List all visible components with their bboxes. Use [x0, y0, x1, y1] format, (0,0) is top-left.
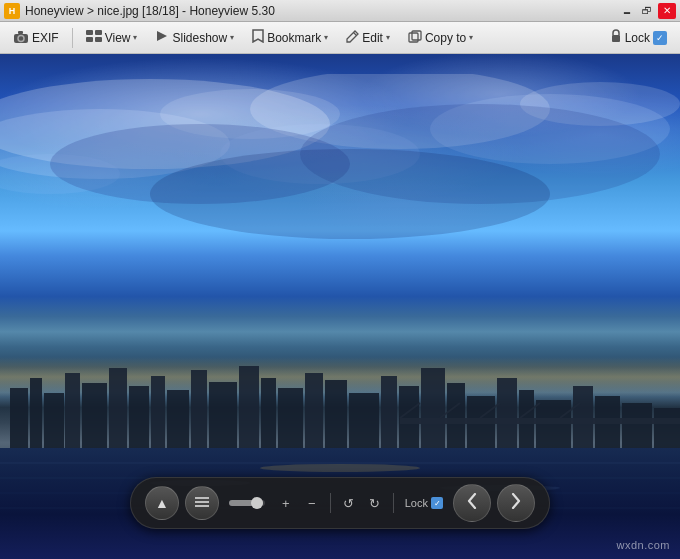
- lock-small-label: Lock: [405, 497, 428, 509]
- svg-rect-28: [109, 368, 127, 448]
- svg-rect-36: [278, 388, 303, 448]
- toolbar-separator-1: [72, 28, 73, 48]
- app-icon: H: [4, 3, 20, 19]
- lock-small-button[interactable]: Lock ✓: [401, 495, 447, 511]
- lock-check-small-icon: ✓: [431, 497, 443, 509]
- menu-icon: [194, 495, 210, 511]
- title-text: Honeyview > nice.jpg [18/18] - Honeyview…: [25, 4, 275, 18]
- svg-rect-42: [421, 368, 445, 448]
- icon-separator-1: [330, 493, 331, 513]
- svg-rect-45: [497, 378, 517, 448]
- title-bar: H Honeyview > nice.jpg [18/18] - Honeyvi…: [0, 0, 680, 22]
- svg-rect-52: [400, 418, 680, 424]
- watermark: wxdn.com: [616, 539, 670, 551]
- exif-button[interactable]: EXIF: [6, 26, 66, 50]
- progress-thumb[interactable]: [251, 497, 263, 509]
- prev-button[interactable]: [453, 484, 491, 522]
- view-button[interactable]: View ▾: [79, 26, 145, 50]
- close-button[interactable]: ✕: [658, 3, 676, 19]
- next-button[interactable]: [497, 484, 535, 522]
- copyto-chevron: ▾: [469, 33, 473, 42]
- edit-button[interactable]: Edit ▾: [339, 26, 397, 50]
- copyto-icon: [408, 30, 422, 46]
- bookmark-icon: [252, 29, 264, 46]
- svg-rect-4: [95, 30, 102, 35]
- edit-label: Edit: [362, 31, 383, 45]
- icon-row: + − ↺ ↻ Lock ✓: [275, 492, 447, 514]
- svg-rect-3: [86, 30, 93, 35]
- svg-point-62: [260, 464, 420, 472]
- exif-label: EXIF: [32, 31, 59, 45]
- title-controls: 🗕 🗗 ✕: [618, 3, 676, 19]
- rotate-cw-button[interactable]: ↻: [364, 492, 386, 514]
- prev-icon: [467, 493, 477, 513]
- svg-marker-7: [157, 31, 167, 41]
- svg-rect-32: [191, 370, 207, 448]
- title-left: H Honeyview > nice.jpg [18/18] - Honeyvi…: [4, 3, 275, 19]
- bookmark-button[interactable]: Bookmark ▾: [245, 26, 335, 50]
- next-icon: [511, 493, 521, 513]
- svg-rect-33: [209, 382, 237, 448]
- view-chevron: ▾: [133, 33, 137, 42]
- edit-chevron: ▾: [386, 33, 390, 42]
- svg-rect-27: [82, 383, 107, 448]
- restore-button[interactable]: 🗗: [638, 3, 656, 19]
- zoom-out-button[interactable]: −: [301, 492, 323, 514]
- lock-label: Lock: [625, 31, 650, 45]
- minimize-button[interactable]: 🗕: [618, 3, 636, 19]
- svg-rect-6: [95, 37, 102, 42]
- bottom-toolbar: ▲ + −: [130, 477, 550, 529]
- svg-rect-31: [167, 390, 189, 448]
- svg-rect-39: [349, 393, 379, 448]
- toolbar: EXIF View ▾ Slideshow ▾ Bookm: [0, 22, 680, 54]
- svg-rect-24: [30, 378, 42, 448]
- svg-rect-40: [381, 376, 397, 448]
- copyto-label: Copy to: [425, 31, 466, 45]
- slideshow-chevron: ▾: [230, 33, 234, 42]
- svg-rect-35: [261, 378, 276, 448]
- svg-rect-34: [239, 366, 259, 448]
- svg-rect-26: [65, 373, 80, 448]
- menu-button[interactable]: [185, 486, 219, 520]
- eject-button[interactable]: ▲: [145, 486, 179, 520]
- clouds-overlay: [0, 54, 680, 382]
- copyto-button[interactable]: Copy to ▾: [401, 26, 480, 50]
- view-label: View: [105, 31, 131, 45]
- svg-rect-48: [573, 386, 593, 448]
- slideshow-button[interactable]: Slideshow ▾: [148, 26, 241, 50]
- svg-rect-50: [622, 403, 652, 448]
- svg-rect-43: [447, 383, 465, 448]
- edit-icon: [346, 30, 359, 46]
- lock-button[interactable]: Lock ✓: [603, 26, 674, 50]
- svg-rect-51: [654, 408, 680, 448]
- slideshow-label: Slideshow: [172, 31, 227, 45]
- zoom-in-button[interactable]: +: [275, 492, 297, 514]
- svg-rect-5: [86, 37, 93, 42]
- view-icon: [86, 30, 102, 45]
- camera-icon: [13, 31, 29, 44]
- svg-rect-38: [325, 380, 347, 448]
- svg-rect-30: [151, 376, 165, 448]
- eject-icon: ▲: [155, 495, 169, 511]
- svg-rect-2: [18, 31, 23, 34]
- svg-rect-25: [44, 393, 64, 448]
- bookmark-chevron: ▾: [324, 33, 328, 42]
- slideshow-icon: [155, 30, 169, 45]
- main-image-area: wxdn.com ▲ +: [0, 54, 680, 559]
- city-silhouette: [0, 358, 680, 448]
- lock-check-icon: ✓: [653, 31, 667, 45]
- lock-icon: [610, 29, 622, 46]
- svg-rect-37: [305, 373, 323, 448]
- progress-slider[interactable]: [229, 500, 265, 506]
- icon-separator-2: [393, 493, 394, 513]
- progress-track[interactable]: [229, 500, 265, 506]
- svg-rect-9: [409, 33, 418, 42]
- bookmark-label: Bookmark: [267, 31, 321, 45]
- svg-rect-11: [612, 35, 620, 42]
- svg-rect-23: [10, 388, 28, 448]
- rotate-ccw-button[interactable]: ↺: [338, 492, 360, 514]
- svg-rect-29: [129, 386, 149, 448]
